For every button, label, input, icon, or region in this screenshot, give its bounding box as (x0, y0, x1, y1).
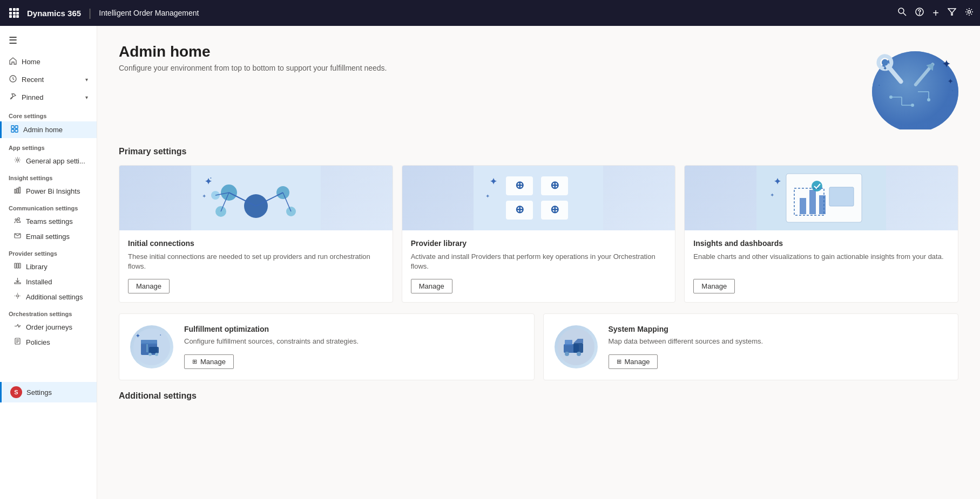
section-core-settings: Core settings (0, 106, 97, 121)
content-area: Admin home Configure your environment fr… (97, 26, 980, 499)
svg-text:✦: ✦ (774, 177, 781, 186)
manage-label-provider: Manage (419, 282, 444, 290)
svg-point-97 (155, 353, 158, 356)
primary-cards-grid: ✦ ✦ • Initial connections These initial … (119, 165, 958, 303)
card-wide-title-fulfillment: Fulfillment optimization (184, 325, 523, 333)
svg-rect-106 (565, 340, 572, 345)
sidebar-item-recent[interactable]: Recent ▾ (0, 71, 97, 88)
settings-icon[interactable] (965, 8, 974, 18)
card-title-provider: Provider library (411, 239, 667, 248)
sidebar-item-order-journeys-label: Order journeys (26, 323, 72, 331)
section-orchestration-settings: Orchestration settings (0, 304, 97, 319)
card-image-provider: ⊕ ⊕ ⊕ ⊕ ✦ ✦ (402, 166, 675, 230)
recent-icon (9, 75, 17, 84)
svg-rect-84 (800, 198, 806, 214)
card-body-provider: Provider library Activate and install Pr… (402, 230, 675, 302)
card-wide-btn-system-mapping[interactable]: ⊞ Manage (609, 354, 658, 369)
card-image-insights: ✦ ✦ (685, 166, 958, 230)
svg-rect-71 (474, 166, 603, 230)
sidebar-item-settings[interactable]: S Settings (0, 382, 97, 402)
svg-rect-1 (13, 8, 16, 11)
sidebar-item-policies-label: Policies (26, 338, 50, 346)
card-manage-btn-connections[interactable]: Manage (128, 279, 170, 293)
page-title: Admin home (119, 43, 387, 60)
svg-text:•: • (210, 175, 212, 180)
policies-icon (13, 338, 22, 346)
sidebar-item-power-bi[interactable]: Power Bi Insights (0, 183, 97, 199)
sidebar-item-admin-home-label: Admin home (23, 126, 63, 134)
section-communication-settings: Communication settings (0, 199, 97, 214)
card-system-mapping-content: System Mapping Map data between differen… (609, 325, 948, 368)
grid-icon[interactable] (6, 5, 22, 20)
search-icon[interactable] (898, 8, 907, 18)
settings-avatar: S (10, 386, 22, 398)
brand-divider: | (89, 7, 91, 19)
card-manage-btn-provider[interactable]: Manage (411, 279, 452, 293)
sidebar-item-pinned[interactable]: Pinned ▾ (0, 88, 97, 106)
sidebar-item-additional[interactable]: Additional settings (0, 289, 97, 304)
sidebar-item-teams[interactable]: Teams settings (0, 214, 97, 229)
sidebar-settings-label: Settings (26, 388, 52, 397)
sidebar-item-library[interactable]: Library (0, 259, 97, 274)
sidebar-item-order-journeys[interactable]: Order journeys (0, 319, 97, 334)
page-subtitle: Configure your environment from top to b… (119, 64, 387, 72)
card-manage-btn-insights[interactable]: Manage (693, 279, 735, 293)
svg-text:✦: ✦ (883, 65, 887, 71)
svg-rect-29 (17, 263, 18, 268)
card-provider-library: ⊕ ⊕ ⊕ ⊕ ✦ ✦ Provider library Activate a (402, 165, 676, 303)
sidebar-item-email[interactable]: Email settings (0, 229, 97, 244)
sidebar-item-recent-label: Recent (22, 76, 44, 84)
svg-rect-23 (17, 188, 18, 193)
sidebar-item-email-label: Email settings (26, 233, 70, 241)
sidebar-item-power-bi-label: Power Bi Insights (26, 187, 80, 195)
svg-point-31 (16, 295, 18, 297)
card-insights-dashboards: ✦ ✦ Insights and dashboards Enable chart… (684, 165, 958, 303)
svg-text:✦: ✦ (948, 78, 953, 85)
sidebar-item-policies[interactable]: Policies (0, 334, 97, 350)
sidebar-item-home[interactable]: Home (0, 53, 97, 71)
card-wide-title-system-mapping: System Mapping (609, 325, 948, 333)
filter-icon[interactable] (948, 8, 956, 18)
sidebar-item-installed[interactable]: Installed (0, 274, 97, 289)
card-desc-provider: Activate and install Providers that perf… (411, 252, 667, 271)
svg-point-48 (889, 95, 893, 99)
svg-text:⊕: ⊕ (550, 203, 559, 215)
section-provider-settings: Provider settings (0, 244, 97, 259)
power-bi-icon (13, 187, 22, 195)
svg-point-49 (911, 104, 914, 107)
svg-rect-87 (829, 187, 854, 206)
svg-text:⊕: ⊕ (515, 179, 524, 191)
general-app-icon (13, 156, 22, 165)
svg-point-88 (812, 181, 822, 192)
svg-text:✦: ✦ (202, 193, 206, 199)
content-header: Admin home Configure your environment fr… (119, 43, 958, 129)
card-title-insights: Insights and dashboards (693, 239, 949, 248)
brand-name: Dynamics 365 (27, 9, 81, 18)
svg-point-14 (968, 11, 971, 13)
home-icon (9, 57, 17, 66)
sidebar-item-general-app[interactable]: General app setti... (0, 153, 97, 168)
add-icon[interactable]: + (932, 7, 939, 19)
sidebar-item-admin-home[interactable]: Admin home (0, 121, 97, 138)
card-fulfillment-content: Fulfillment optimization Configure fulfi… (184, 325, 523, 368)
svg-text:✦: ✦ (942, 59, 950, 70)
sidebar-item-home-label: Home (22, 58, 40, 66)
card-system-mapping: System Mapping Map data between differen… (543, 313, 959, 380)
svg-text:✦: ✦ (136, 333, 140, 339)
svg-rect-22 (15, 189, 16, 193)
card-wide-btn-fulfillment[interactable]: ⊞ Manage (184, 354, 234, 369)
svg-rect-103 (573, 343, 583, 353)
svg-text:⊕: ⊕ (515, 203, 524, 215)
svg-text:✦: ✦ (485, 193, 490, 199)
pinned-chevron: ▾ (85, 94, 88, 100)
svg-rect-3 (9, 12, 12, 15)
sidebar-item-pinned-label: Pinned (22, 93, 43, 101)
help-icon[interactable] (915, 8, 924, 18)
svg-point-104 (565, 352, 569, 356)
card-system-mapping-icon (555, 325, 598, 368)
svg-rect-7 (13, 15, 16, 18)
sidebar-hamburger[interactable]: ☰ (0, 30, 97, 53)
additional-icon (13, 292, 22, 301)
svg-rect-18 (15, 126, 18, 128)
svg-rect-20 (15, 129, 18, 132)
